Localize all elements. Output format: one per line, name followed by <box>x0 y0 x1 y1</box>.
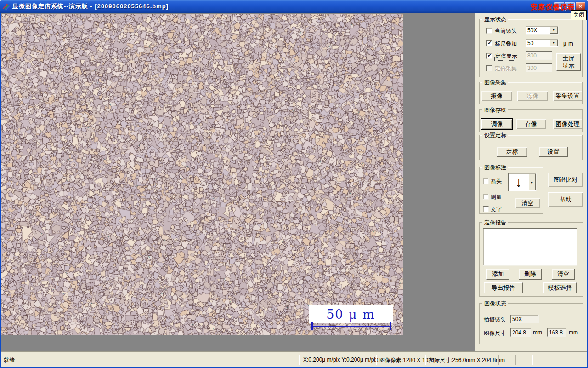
fixed-display-label[interactable]: 定倍显示 <box>495 52 518 60</box>
status-actual-size: 实际尺寸:256.0mm X 204.8mm <box>429 356 505 364</box>
scale-bar-line <box>312 326 391 327</box>
text-annotation-label[interactable]: 文字 <box>491 206 502 213</box>
ruler-overlay-label[interactable]: 标尺叠加 <box>495 40 517 48</box>
close-icon: ✕ <box>576 2 585 11</box>
measure-annotation-checkbox[interactable] <box>483 194 489 200</box>
status-image-pixels: 图像像素:1280 X 1024 <box>379 356 434 364</box>
lens-label: 拍摄镜头 <box>484 316 506 324</box>
measure-annotation-label[interactable]: 测量 <box>491 193 502 201</box>
image-size-label: 图像尺寸 <box>484 329 506 337</box>
current-lens-checkbox[interactable] <box>486 28 492 34</box>
group-title: 显示状态 <box>482 16 508 23</box>
capture-settings-button[interactable]: 采集设置 <box>553 91 582 101</box>
arrow-annotation-checkbox[interactable] <box>483 178 489 184</box>
group-title: 图像存取 <box>482 106 508 114</box>
fixed-display-checkbox[interactable] <box>486 53 492 59</box>
fixed-capture-input: 300 <box>526 63 552 72</box>
status-bar: 就绪 X:0.200μ m/pix Y:0.200μ m/pix 图像像素:12… <box>1 352 587 367</box>
report-delete-button[interactable]: 删除 <box>519 269 542 280</box>
scale-bar-label-box: 50 μ m <box>309 305 393 323</box>
width-unit-label: mm <box>533 329 542 336</box>
chevron-down-icon[interactable]: ▼ <box>550 40 558 46</box>
group-title: 图像状态 <box>482 300 508 308</box>
ruler-overlay-checkbox[interactable] <box>486 40 492 46</box>
arrow-style-icon: ↓ <box>509 173 529 191</box>
chevron-down-icon[interactable]: ▼ <box>528 174 536 190</box>
scale-bar-label: 50 μ m <box>326 307 375 322</box>
minimize-button[interactable] <box>554 2 564 11</box>
restore-button[interactable] <box>565 2 575 11</box>
image-width-field[interactable]: 204.8 <box>510 328 531 337</box>
image-process-button[interactable]: 图像处理 <box>553 119 582 129</box>
fullscreen-button[interactable]: 全屏显示 <box>556 53 581 71</box>
current-lens-combobox[interactable]: 50X ▼ <box>526 26 559 34</box>
clear-annotation-button[interactable]: 清空 <box>515 198 540 208</box>
status-ready: 就绪 <box>4 356 15 364</box>
lens-value-field[interactable]: 50X <box>510 315 539 323</box>
atlas-compare-button[interactable]: 图谱比对 <box>548 172 583 187</box>
window-title: 显微图像定倍系统--演示版 - [20090602055646.bmp] <box>12 2 169 11</box>
ruler-value-combobox[interactable]: 50 ▼ <box>526 39 559 47</box>
app-window: 显微图像定倍系统--演示版 - [20090602055646.bmp] ✕ 安… <box>0 0 588 368</box>
shoot-button[interactable]: 摄像 <box>481 91 512 101</box>
fixed-capture-label: 定倍采集 <box>495 65 517 73</box>
group-display-status: 显示状态 当前镜头 50X ▼ 标尺叠加 50 ▼ μ m 定倍显示 800 定… <box>479 19 583 77</box>
report-template-button[interactable]: 模板选择 <box>543 282 577 293</box>
calibrate-button[interactable]: 定标 <box>497 147 527 157</box>
group-title: 图像标注 <box>482 164 508 172</box>
group-title: 图像采集 <box>482 79 508 86</box>
control-panel: 显示状态 当前镜头 50X ▼ 标尺叠加 50 ▼ μ m 定倍显示 800 定… <box>475 13 587 352</box>
chevron-down-icon[interactable]: ▼ <box>550 27 558 34</box>
minimize-icon <box>557 7 561 9</box>
group-storage: 图像存取 调像 存像 图像处理 <box>479 109 583 132</box>
arrow-style-combobox[interactable]: ↓ ▼ <box>508 173 537 191</box>
report-add-button[interactable]: 添加 <box>486 269 509 280</box>
fixed-capture-checkbox <box>486 65 492 71</box>
close-tooltip: 关闭 <box>571 10 587 20</box>
group-title: 设置定标 <box>482 132 508 139</box>
group-capture: 图像采集 摄像 冻像 采集设置 <box>479 82 583 104</box>
status-pixel-scale: X:0.200μ m/pix Y:0.200μ m/pix <box>303 356 378 363</box>
arrow-annotation-label[interactable]: 箭头 <box>491 178 502 185</box>
app-icon <box>2 2 11 11</box>
report-listbox[interactable] <box>483 228 577 266</box>
ruler-unit-label: μ m <box>563 40 573 47</box>
calibration-set-button[interactable]: 设置 <box>539 147 568 157</box>
group-title: 定倍报告 <box>482 219 508 227</box>
text-annotation-checkbox[interactable] <box>483 206 489 212</box>
freeze-button: 冻像 <box>517 91 548 101</box>
close-button[interactable]: ✕ <box>576 2 585 11</box>
save-image-button[interactable]: 存像 <box>516 119 546 129</box>
group-annotation: 图像标注 箭头 ↓ ▼ 测量 清空 文字 <box>479 167 543 214</box>
image-viewport: 50 μ m <box>1 13 475 352</box>
micrograph-image[interactable] <box>1 14 403 335</box>
group-report: 定倍报告 添加 删除 清空 导出报告 模板选择 <box>479 222 583 297</box>
group-calibration: 设置定标 定标 设置 <box>479 135 583 160</box>
load-image-button[interactable]: 调像 <box>481 119 512 129</box>
group-image-status: 图像状态 拍摄镜头 50X 图像尺寸 204.8 mm 163.8 mm <box>479 303 583 344</box>
height-unit-label: mm <box>569 329 578 336</box>
current-lens-label[interactable]: 当前镜头 <box>495 27 517 35</box>
report-export-button[interactable]: 导出报告 <box>484 282 523 293</box>
help-button[interactable]: 帮助 <box>548 192 583 207</box>
image-height-field[interactable]: 163.8 <box>547 328 566 337</box>
title-bar[interactable]: 显微图像定倍系统--演示版 - [20090602055646.bmp] ✕ <box>0 0 588 13</box>
report-clear-button[interactable]: 清空 <box>552 269 575 280</box>
fixed-display-input: 800 <box>526 51 552 60</box>
